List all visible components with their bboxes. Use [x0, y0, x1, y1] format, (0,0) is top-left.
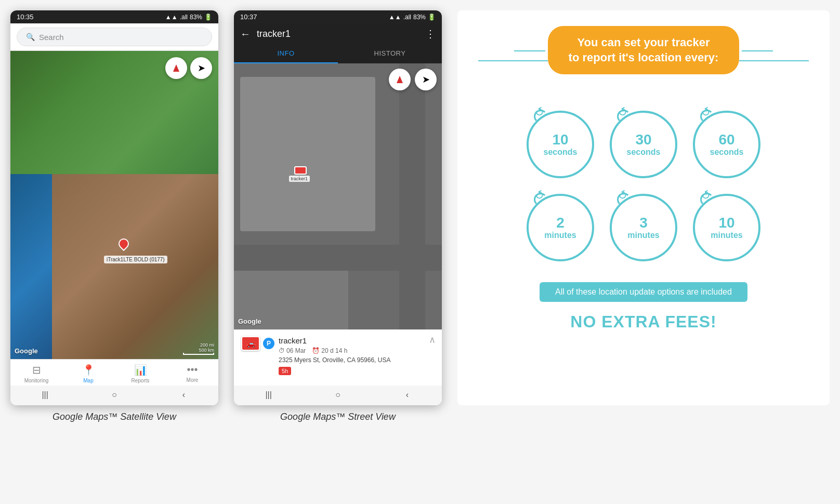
- time-number-3m: 3: [639, 216, 648, 230]
- map-icon: 📍: [82, 364, 95, 376]
- arrow-2m-icon: ↺: [532, 187, 547, 204]
- status-time-1: 10:35: [17, 13, 34, 21]
- tracker-info-panel: ∧ 🚗 P tracker1 ⏱: [234, 329, 442, 386]
- street-map-area[interactable]: tracker1 ➤ Google: [234, 63, 442, 329]
- satellite-map-area[interactable]: ➤ iTrack1LTE BOLD (0177) Google 200 mi 5…: [10, 51, 218, 359]
- circle-3m-inner: 3 minutes: [627, 216, 659, 240]
- circle-10m-inner: 10 minutes: [711, 216, 742, 240]
- time-unit-10m: minutes: [711, 230, 742, 240]
- location-button[interactable]: ➤: [190, 57, 212, 79]
- circle-60s-inner: 60 seconds: [710, 132, 744, 157]
- back-button[interactable]: ←: [240, 28, 251, 40]
- tracker-meta: ⏱ 06 Mar ⏰ 20 d 14 h: [279, 347, 435, 354]
- tab-history[interactable]: HISTORY: [338, 44, 442, 63]
- nav-more[interactable]: ••• More: [166, 364, 218, 383]
- arrow-60s-icon: ↺: [699, 104, 714, 121]
- satellite-map: ➤ iTrack1LTE BOLD (0177) Google 200 mi 5…: [10, 51, 218, 359]
- tracker-avatar-group: 🚗 P: [241, 336, 274, 351]
- tracker-header: ← tracker1 ⋮: [234, 23, 442, 44]
- network-icon-2: .all: [403, 14, 411, 21]
- tracker-p-badge: P: [263, 338, 274, 349]
- battery-2: 83%: [413, 14, 426, 21]
- sys-home-btn-2[interactable]: ○: [332, 389, 344, 401]
- search-bar: 🔍 Search: [10, 23, 218, 51]
- car-emoji: 🚗: [246, 339, 255, 348]
- reports-icon: 📊: [134, 364, 147, 376]
- sys-home-btn[interactable]: ○: [108, 389, 121, 401]
- info-header-banner: You can set your tracker to report it's …: [548, 26, 740, 74]
- time-number-10m: 10: [718, 216, 734, 230]
- no-fees-big-text: NO EXTRA FEES!: [570, 312, 716, 331]
- tracker-address: 2325 Myers St, Oroville, CA 95966, USA: [279, 356, 435, 364]
- tracker-name-row: tracker1: [279, 336, 435, 345]
- sys-menu-btn[interactable]: |||: [39, 389, 51, 401]
- more-icon: •••: [187, 364, 198, 376]
- phone1-screen: 10:35 ▲▲ .all 83% 🔋 🔍 Search: [10, 10, 218, 405]
- scale-bar-1: 200 mi 500 km: [183, 342, 214, 355]
- battery-icon-1: 🔋: [204, 14, 212, 21]
- arrow-30s-icon: ↺: [615, 104, 631, 121]
- time-number-10s: 10: [552, 132, 568, 147]
- tracker-car-icon: 🚗: [241, 336, 260, 351]
- monitoring-icon: ⊟: [32, 364, 41, 376]
- road-vertical: [399, 63, 425, 329]
- tracker-info-name: tracker1: [279, 336, 307, 345]
- location-icon: ➤: [198, 62, 205, 74]
- nav-reports-label: Reports: [131, 378, 149, 383]
- compass-needle-icon: [173, 64, 179, 72]
- status-time-2: 10:37: [240, 13, 257, 21]
- date-meta: ⏱ 06 Mar: [279, 347, 306, 354]
- tracker-pin-icon: [116, 236, 131, 251]
- search-input-wrapper[interactable]: 🔍 Search: [17, 28, 212, 46]
- circle-3m: ↺ 3 minutes: [610, 194, 677, 261]
- status-icons-2: ▲▲ .all 83% 🔋: [389, 14, 436, 21]
- google-logo-2: Google: [238, 317, 261, 325]
- battery-icon-2: 🔋: [428, 14, 436, 21]
- tracker-date: 06 Mar: [286, 347, 306, 354]
- network-icon-1: .all: [180, 14, 188, 21]
- tracker-marker-1: [119, 238, 131, 251]
- circle-30s-inner: 30 seconds: [627, 132, 661, 157]
- circles-row-2: ↺ 2 minutes ↺ 3 minutes ↺ 10 minutes: [527, 194, 760, 261]
- circle-10m: ↺ 10 minutes: [693, 194, 760, 261]
- status-icons-1: ▲▲ .all 83% 🔋: [165, 14, 212, 21]
- time-number-2m: 2: [556, 216, 565, 230]
- more-button[interactable]: ⋮: [425, 28, 436, 40]
- time-number-60s: 60: [718, 132, 734, 147]
- parking-lot-area: tracker1: [240, 77, 375, 231]
- duration-meta: ⏰ 20 d 14 h: [312, 347, 347, 354]
- location-icon-2: ➤: [422, 74, 430, 85]
- left-line: [478, 60, 548, 61]
- nav-map[interactable]: 📍 Map: [62, 364, 114, 383]
- nav-reports[interactable]: 📊 Reports: [114, 364, 166, 383]
- tracker-label-1: iTrack1LTE BOLD (0177): [104, 256, 167, 263]
- parking-grid: [240, 77, 375, 231]
- info-title-line1: You can set your tracker: [569, 35, 719, 50]
- sys-back-btn[interactable]: ‹: [177, 389, 190, 401]
- scroll-up-icon: ∧: [429, 334, 436, 346]
- system-nav-1: ||| ○ ‹: [10, 386, 218, 405]
- compass-needle-icon-2: [397, 76, 403, 83]
- sys-menu-btn-2[interactable]: |||: [262, 389, 275, 401]
- tracker-info-right: tracker1 ⏱ 06 Mar ⏰ 20 d 14 h: [279, 336, 435, 375]
- tracker-info-header: 🚗 P tracker1 ⏱ 06 Mar: [241, 336, 435, 375]
- arrow-3m-icon: ↺: [615, 187, 631, 204]
- compass-button[interactable]: [165, 57, 187, 79]
- search-placeholder: Search: [39, 33, 64, 42]
- circle-60s: ↺ 60 seconds: [693, 111, 760, 178]
- header-section: You can set your tracker to report it's …: [478, 26, 809, 95]
- system-nav-2: ||| ○ ‹: [234, 386, 442, 405]
- compass-button-2[interactable]: [389, 69, 411, 90]
- terrain-land-2: [52, 174, 218, 359]
- sys-back-btn-2[interactable]: ‹: [401, 389, 413, 401]
- street-tracker-label: tracker1: [289, 176, 310, 182]
- tracker-title: tracker1: [257, 29, 419, 39]
- right-line: [739, 60, 809, 61]
- nav-monitoring[interactable]: ⊟ Monitoring: [10, 364, 62, 383]
- timer-icon: ⏰: [312, 347, 320, 354]
- search-icon: 🔍: [25, 32, 35, 42]
- arrow-10m-icon: ↺: [699, 187, 714, 204]
- circle-10s: ↺ 10 seconds: [527, 111, 594, 178]
- location-button-2[interactable]: ➤: [415, 69, 437, 90]
- tab-info[interactable]: INFO: [234, 44, 338, 63]
